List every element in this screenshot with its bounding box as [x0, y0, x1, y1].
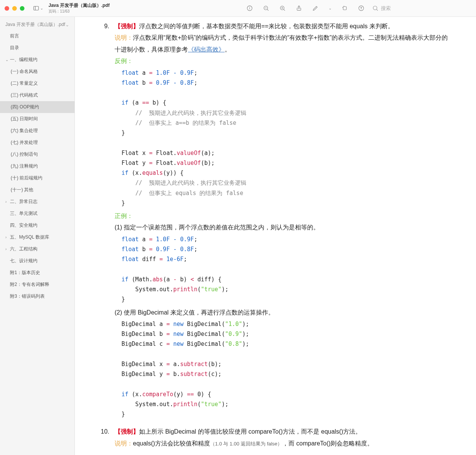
sidebar-item[interactable]: (七) 并发处理 [0, 137, 74, 148]
sidebar-item[interactable]: (五) 日期时间 [0, 113, 74, 125]
sidebar-item-label: (六) 集合处理 [11, 127, 38, 134]
chevron-icon: › [5, 200, 9, 204]
sidebar-item-label: (八) 控制语句 [11, 151, 38, 158]
chevron-icon: › [5, 247, 9, 251]
sidebar-item-label: 附2：专有名词解释 [10, 281, 49, 288]
sidebar-item[interactable]: 三、单元测试 [0, 208, 74, 219]
sidebar-item[interactable]: (三) 代码格式 [0, 89, 74, 101]
sidebar-toggle[interactable]: ⌄ [31, 3, 45, 13]
sidebar-item[interactable]: (六) 集合处理 [0, 125, 74, 137]
svg-rect-13 [343, 6, 346, 10]
sidebar-item-label: 一、编程规约 [10, 56, 37, 63]
minimize-icon[interactable] [12, 6, 17, 11]
sidebar-item[interactable]: ⌄一、编程规约 [0, 54, 74, 66]
text-tool-icon[interactable] [356, 3, 367, 13]
explain-text: 浮点数采用“尾数+阶码”的编码方式，类似于科学计数法的“有效数字+指数”的表示方… [115, 34, 448, 52]
sidebar: Java 开发手册（嵩山版）.pdf⌄ 前言 目录⌄一、编程规约(一) 命名风格… [0, 17, 75, 455]
sidebar-item-label: (十一) 其他 [11, 187, 33, 193]
rule-number: 9. [98, 21, 115, 421]
sidebar-item-label: 四、安全规约 [10, 222, 37, 229]
sidebar-item[interactable]: 附2：专有名词解释 [0, 279, 74, 290]
sidebar-item-label: (十) 前后端规约 [11, 175, 42, 181]
sidebar-item-label: (五) 日期时间 [11, 116, 38, 122]
zoom-icon[interactable] [20, 6, 24, 11]
good-example-2: (2) 使用 BigDecimal 来定义值，再进行浮点数的运算操作。 [115, 307, 453, 318]
sidebar-item-label: 二、异常日志 [10, 198, 37, 205]
rule-body: 浮点数之间的等值判断，基本数据类型不能用==来比较，包装数据类型不能用 equa… [139, 23, 394, 29]
sidebar-doc-name[interactable]: Java 开发手册（嵩山版）.pdf⌄ [0, 19, 74, 30]
annotate-icon[interactable] [310, 3, 321, 13]
sidebar-item[interactable]: 七、设计规约 [0, 255, 74, 267]
ref-link[interactable]: 《码出高效》 [188, 46, 225, 53]
svg-line-16 [376, 9, 378, 11]
svg-point-15 [373, 6, 377, 10]
zoom-in-icon[interactable] [277, 3, 288, 13]
sidebar-item-label: 前言 [10, 33, 19, 39]
sidebar-item[interactable]: (十一) 其他 [0, 184, 74, 196]
svg-point-4 [249, 7, 250, 7]
svg-line-6 [267, 9, 269, 11]
sidebar-item-label: 附3：错误码列表 [10, 293, 45, 300]
code-good-1: float a = 1.0F - 0.9F; float b = 0.9F - … [115, 234, 453, 307]
svg-rect-0 [34, 6, 39, 10]
sidebar-item[interactable]: (四) OOP规约 [0, 101, 74, 113]
info-icon[interactable] [244, 3, 255, 13]
sidebar-item-label: (二) 常量定义 [11, 80, 38, 87]
sidebar-item-label: (七) 并发处理 [11, 139, 38, 146]
sidebar-item[interactable]: 目录 [0, 42, 74, 54]
sidebar-item[interactable]: (八) 控制语句 [0, 148, 74, 160]
code-anti-example: float a = 1.0F - 0.9F; float b = 0.9F - … [115, 67, 453, 211]
document-content: 9. 【强制】浮点数之间的等值判断，基本数据类型不能用==来比较，包装数据类型不… [75, 17, 476, 455]
zoom-out-icon[interactable] [261, 3, 272, 13]
sidebar-item[interactable]: 四、安全规约 [0, 219, 74, 231]
mandatory-tag: 【强制】 [115, 428, 139, 435]
page-indicator: 页码：11/63 [49, 9, 244, 14]
doc-title-block: Java 开发手册（嵩山版）.pdf 页码：11/63 [49, 2, 244, 14]
sidebar-item-label: 目录 [10, 45, 19, 51]
titlebar: ⌄ Java 开发手册（嵩山版）.pdf 页码：11/63 ⌄ 搜索 [0, 0, 476, 17]
sidebar-item-label: 七、设计规约 [10, 258, 37, 264]
sidebar-item[interactable]: (十) 前后端规约 [0, 172, 74, 184]
sidebar-item[interactable]: (二) 常量定义 [0, 77, 74, 89]
sidebar-item[interactable]: ›五、MySQL 数据库 [0, 231, 74, 243]
sidebar-item[interactable]: ›六、工程结构 [0, 243, 74, 255]
search-placeholder: 搜索 [381, 5, 391, 12]
code-good-2: BigDecimal a = new BigDecimal("1.0"); Bi… [115, 318, 453, 422]
sidebar-item[interactable]: 附1：版本历史 [0, 267, 74, 279]
sidebar-item-label: 附1：版本历史 [10, 269, 40, 276]
sidebar-item-label: (一) 命名风格 [11, 68, 38, 75]
sidebar-item-label: (三) 代码格式 [11, 92, 38, 98]
mandatory-tag: 【强制】 [115, 23, 139, 29]
chevron-icon: ⌄ [5, 58, 9, 62]
explain-label: 说明： [115, 440, 133, 447]
sidebar-item-label: (四) OOP规约 [11, 104, 39, 110]
sidebar-item[interactable]: (九) 注释规约 [0, 160, 74, 172]
window-controls [5, 6, 24, 11]
good-example-1: (1) 指定一个误差范围，两个浮点数的差值在此范围之内，则认为是相等的。 [115, 222, 453, 233]
anti-example-label: 反例： [115, 55, 453, 67]
close-icon[interactable] [5, 6, 9, 11]
sidebar-item[interactable]: ›二、异常日志 [0, 196, 74, 208]
chevron-icon: › [5, 235, 9, 239]
rule-body: 如上所示 BigDecimal 的等值比较应使用 compareTo()方法，而… [139, 428, 361, 435]
sidebar-item-label: 三、单元测试 [10, 210, 37, 217]
sidebar-item-label: 五、MySQL 数据库 [10, 234, 49, 240]
sidebar-item[interactable]: (一) 命名风格 [0, 66, 74, 77]
crop-icon[interactable] [339, 3, 350, 13]
good-example-label: 正例： [115, 210, 453, 222]
sidebar-item[interactable]: 附3：错误码列表 [0, 290, 74, 302]
dropdown-icon[interactable]: ⌄ [326, 5, 334, 12]
rule-number: 10. [98, 426, 115, 449]
doc-title: Java 开发手册（嵩山版）.pdf [49, 2, 244, 9]
svg-line-9 [283, 9, 285, 11]
sidebar-item-label: 六、工程结构 [10, 246, 37, 252]
search-input[interactable]: 搜索 [372, 5, 471, 12]
sidebar-item[interactable]: 前言 [0, 30, 74, 42]
share-icon[interactable] [293, 3, 304, 13]
sidebar-item-label: (九) 注释规约 [11, 163, 38, 169]
explain-label: 说明： [115, 34, 133, 41]
